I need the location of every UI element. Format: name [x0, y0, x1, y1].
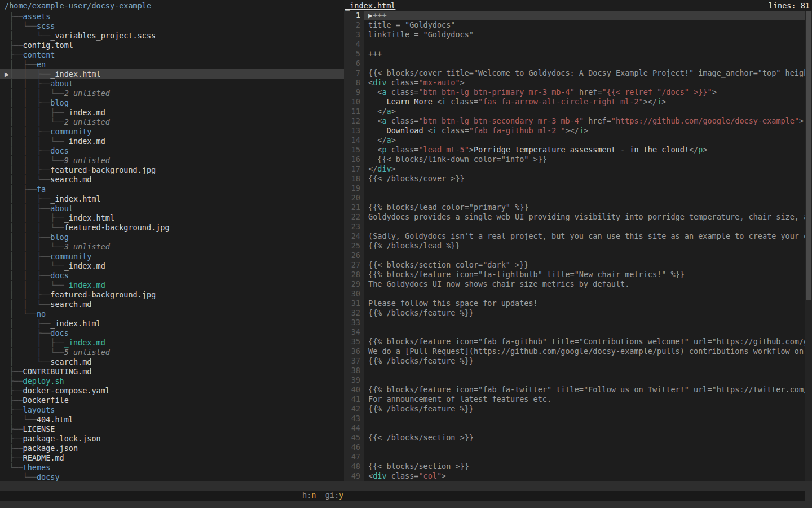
preview-panel[interactable]: _index.html lines: 81 1▶+++2title = "Gol… [344, 0, 812, 481]
tree-row-dir[interactable]: │ └──no [0, 309, 344, 319]
preview-file-title: _index.html [345, 1, 395, 12]
verb-input[interactable]: :e [0, 491, 805, 501]
code-text: Goldydocs provides a single web UI provi… [364, 212, 812, 222]
tree-row-dir[interactable]: ├──layouts [0, 405, 344, 415]
line-number: 3 [344, 30, 364, 40]
tree-row[interactable]: │ │ ├──_index.html▶ [0, 69, 344, 79]
line-number: 7 [344, 68, 364, 78]
tree-row[interactable]: │ │ ├──_index.md [0, 338, 344, 348]
tree-row-dir[interactable]: │ │ ├──blog [0, 233, 344, 242]
tree-item-label: search.md [50, 175, 91, 184]
tree-row[interactable]: │ │ │ └──_index.md [0, 281, 344, 290]
code-text: Please follow this space for updates! [364, 299, 812, 308]
tree-row-dir[interactable]: │ ├──fa [0, 185, 344, 194]
tree-branch-icon: ├── [5, 424, 23, 433]
tree-row[interactable]: │ ├──_index.html [0, 319, 344, 329]
tree-row-dir[interactable]: │ ├──en [0, 60, 344, 69]
tree-item-label: scss [37, 21, 55, 30]
code-line: 38 [344, 366, 812, 375]
line-number: 40 [344, 385, 364, 395]
line-number: 13 [344, 126, 364, 135]
code-text [364, 40, 812, 49]
tree-row[interactable]: │ └──404.html [0, 415, 344, 424]
code-line: 18{{< /blocks/cover >}} [344, 174, 812, 183]
tree-item-label: search.md [50, 300, 91, 309]
line-number: 36 [344, 347, 364, 356]
code-text: {{< blocks/cover title="Welcome to Goldy… [364, 68, 812, 78]
line-number: 32 [344, 308, 364, 318]
tree-branch-icon: │ └── [5, 21, 37, 30]
tree-row[interactable]: │ │ │ └──9 unlisted [0, 156, 344, 165]
tree-row[interactable]: │ │ ├──featured-background.jpg [0, 290, 344, 300]
tree-row-dir[interactable]: │ │ ├──about [0, 79, 344, 89]
tree-row-dir[interactable]: │ │ ├──community [0, 252, 344, 261]
tree-row[interactable]: │ │ │ ├──_index.md [0, 108, 344, 117]
file-tree-panel[interactable]: /home/example-user/docsy-example ├──asse… [0, 0, 344, 481]
selection-cursor-icon: ▶ [5, 69, 9, 79]
line-number: 28 [344, 270, 364, 279]
tree-branch-icon: │ └── [5, 415, 37, 424]
tree-branch-icon: │ │ │ └── [5, 281, 64, 290]
tree-row[interactable]: │ └──search.md [0, 357, 344, 367]
code-text: ▶+++ [364, 11, 812, 20]
code-line: 33 [344, 318, 812, 327]
tree-row[interactable]: │ │ ├──featured-background.jpg [0, 165, 344, 175]
tree-row-dir[interactable]: │ │ ├──community [0, 127, 344, 137]
tree-row[interactable]: │ │ └──search.md [0, 175, 344, 185]
code-text: Download <i class="fab fa-github ml-2 ">… [364, 126, 812, 135]
tree-row[interactable]: ├──deploy.sh [0, 376, 344, 386]
scrollbar-thumb-icon[interactable] [806, 11, 811, 300]
code-line: 29The Goldydocs UI now shows chair size … [344, 279, 812, 289]
tree-row-dir[interactable]: │ ├──docs [0, 329, 344, 338]
tree-row[interactable]: ├──package.json [0, 444, 344, 453]
tree-row[interactable]: ├──docker-compose.yaml [0, 386, 344, 396]
tree-row-dir[interactable]: │ │ ├──docs [0, 146, 344, 156]
tree-row-dir[interactable]: ├──assets [0, 12, 344, 21]
tree-row[interactable]: │ └──_variables_project.scss [0, 31, 344, 41]
tree-branch-icon: ├── [5, 405, 23, 414]
tree-row-dir[interactable]: │ └──scss [0, 21, 344, 31]
tree-row-dir[interactable]: └──docsy [0, 472, 344, 481]
code-text [364, 193, 812, 203]
tree-row-dir[interactable]: │ │ ├──about [0, 204, 344, 213]
tree-row[interactable]: ├──package-lock.json [0, 434, 344, 444]
tree-row[interactable]: │ │ │ └──2 unlisted [0, 117, 344, 127]
tree-item-label: deploy.sh [23, 376, 64, 386]
preview-scrollbar[interactable] [805, 11, 812, 481]
tree-branch-icon: ├── [5, 386, 23, 395]
tree-branch-icon: ├── [5, 434, 23, 443]
tree-row[interactable]: ├──Dockerfile [0, 396, 344, 405]
code-text [364, 289, 812, 299]
tree-row[interactable]: ├──README.md [0, 453, 344, 463]
tree-row[interactable]: ├──config.toml [0, 41, 344, 50]
tree-row[interactable]: │ │ │ └──2 unlisted [0, 89, 344, 98]
code-line: 8<div class="mx-auto"> [344, 78, 812, 87]
tree-row[interactable]: │ │ │ └──_index.md [0, 261, 344, 271]
code-line: 5+++ [344, 49, 812, 59]
tree-branch-icon: │ └── [5, 357, 50, 366]
file-tree: ├──assets │ └──scss │ └──_variables_proj… [0, 12, 344, 481]
code-text: </a> [364, 107, 812, 116]
line-number: 22 [344, 212, 364, 222]
tree-item-label: 3 unlisted [64, 242, 110, 251]
tree-item-label: 2 unlisted [64, 89, 110, 98]
tree-branch-icon: │ │ └── [5, 348, 64, 357]
tree-row[interactable]: │ │ ├──_index.html [0, 194, 344, 204]
code-text: {{% blocks/lead color="primary" %}} [364, 203, 812, 212]
tree-row[interactable]: ├──CONTRIBUTING.md [0, 367, 344, 376]
tree-row-dir[interactable]: │ │ ├──docs [0, 271, 344, 281]
line-number: 1 [344, 11, 364, 20]
tree-row-dir[interactable]: └──themes [0, 463, 344, 472]
tree-row-dir[interactable]: ├──content [0, 50, 344, 60]
tree-row[interactable]: │ │ └──5 unlisted [0, 348, 344, 357]
tree-row[interactable]: │ │ │ └──featured-background.jpg [0, 223, 344, 233]
tree-row-dir[interactable]: │ │ ├──blog [0, 98, 344, 108]
code-text: </div> [364, 164, 812, 174]
tree-row[interactable]: ├──LICENSE [0, 424, 344, 434]
code-line: 37{{% /blocks/feature %}} [344, 356, 812, 366]
tree-row[interactable]: │ │ │ └──3 unlisted [0, 242, 344, 252]
line-number: 12 [344, 116, 364, 126]
tree-row[interactable]: │ │ └──search.md [0, 300, 344, 309]
tree-row[interactable]: │ │ │ └──_index.md [0, 137, 344, 146]
tree-row[interactable]: │ │ │ ├──_index.html [0, 213, 344, 223]
